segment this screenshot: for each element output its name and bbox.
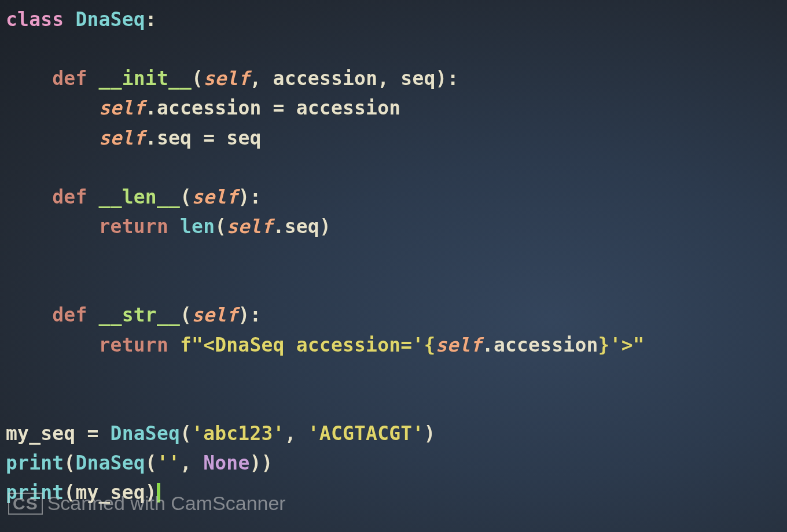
text-cursor bbox=[157, 483, 160, 503]
param-self: self bbox=[192, 186, 238, 208]
class-name: DnaSeq bbox=[75, 8, 145, 31]
class-ref-dnaseq: DnaSeq bbox=[75, 452, 145, 474]
string-literal: '' bbox=[157, 452, 180, 474]
self-ref: self bbox=[99, 127, 145, 149]
var-my-seq: my_seq bbox=[6, 422, 75, 445]
self-ref: self bbox=[226, 215, 273, 238]
fstring-text: '> bbox=[610, 334, 633, 356]
keyword-def: def bbox=[52, 67, 87, 90]
self-ref: self bbox=[436, 334, 482, 356]
keyword-class: class bbox=[6, 8, 64, 31]
method-name-len: __len__ bbox=[99, 186, 180, 208]
attr-accession: accession bbox=[157, 97, 262, 119]
var-my-seq: my_seq bbox=[75, 481, 145, 504]
keyword-def: def bbox=[52, 186, 87, 208]
python-source[interactable]: class DnaSeq: def __init__(self, accessi… bbox=[6, 5, 781, 507]
string-literal: 'abc123' bbox=[192, 422, 285, 445]
method-name-str: __str__ bbox=[99, 304, 180, 326]
fstring-prefix: f" bbox=[180, 334, 203, 356]
method-name-init: __init__ bbox=[99, 67, 192, 90]
param-accession: accession bbox=[273, 67, 378, 90]
attr-seq: seq bbox=[157, 127, 192, 149]
builtin-print: print bbox=[6, 452, 64, 474]
builtin-len: len bbox=[180, 215, 215, 238]
param-self: self bbox=[203, 67, 249, 90]
keyword-def: def bbox=[52, 304, 87, 326]
attr-seq: seq bbox=[285, 215, 319, 238]
attr-accession: accession bbox=[494, 334, 598, 356]
code-editor-viewport[interactable]: class DnaSeq: def __init__(self, accessi… bbox=[0, 0, 787, 532]
param-seq: seq bbox=[400, 67, 435, 90]
keyword-return: return bbox=[99, 334, 168, 356]
keyword-return: return bbox=[99, 215, 168, 238]
fstring-text: <DnaSeq accession=' bbox=[203, 334, 424, 356]
self-ref: self bbox=[99, 97, 145, 119]
colon: : bbox=[145, 8, 157, 31]
builtin-print: print bbox=[6, 481, 64, 504]
string-literal: 'ACGTACGT' bbox=[308, 422, 424, 445]
class-ref-dnaseq: DnaSeq bbox=[111, 422, 180, 445]
param-self: self bbox=[192, 304, 238, 326]
constant-none: None bbox=[203, 452, 249, 474]
